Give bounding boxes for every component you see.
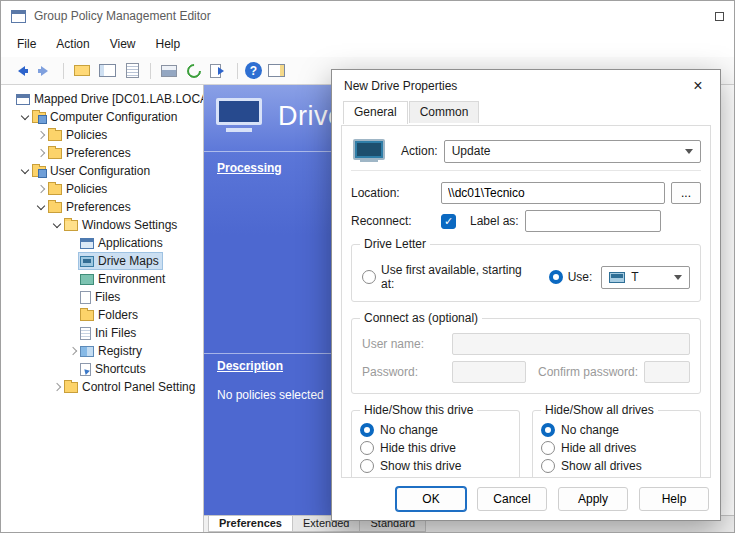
location-input[interactable] — [441, 182, 665, 204]
radio-label: No change — [561, 423, 619, 437]
hide-this-drive-option-show-this-drive[interactable]: Show this drive — [360, 459, 511, 473]
hide-this-drive-option-no-change[interactable]: No change — [360, 423, 511, 437]
console-tree: Mapped Drive [DC01.LAB.LOCAComputer Conf… — [1, 85, 204, 532]
tree-item-registry[interactable]: Registry — [1, 342, 203, 360]
drive-letter-group: Drive Letter Use first available, starti… — [351, 244, 701, 302]
tree-item-content: Computer Configuration — [31, 109, 180, 125]
env-icon — [80, 274, 94, 285]
hide-all-drives-option-hide-all-drives[interactable]: Hide all drives — [541, 441, 692, 455]
help-button[interactable]: Help — [639, 487, 709, 511]
tree-item-content: Preferences — [47, 145, 134, 161]
chevron-expanded-icon[interactable] — [19, 111, 31, 123]
radio-label: Hide all drives — [561, 441, 636, 455]
radio-icon — [360, 423, 374, 437]
console-tree-icon[interactable] — [96, 60, 118, 82]
tab-general[interactable]: General — [343, 101, 408, 124]
ok-button[interactable]: OK — [396, 487, 466, 511]
registry-icon — [80, 346, 94, 357]
tree-item-content: Environment — [79, 271, 168, 287]
tree-item-label: Policies — [66, 128, 107, 142]
tab-common[interactable]: Common — [409, 101, 480, 123]
tree-item-computer-configuration[interactable]: Computer Configuration — [1, 108, 203, 126]
tree-item-content: Policies — [47, 127, 110, 143]
tree-item-preferences[interactable]: Preferences — [1, 198, 203, 216]
forward-icon[interactable] — [34, 60, 56, 82]
dialog-buttons: OKCancelApplyHelp — [396, 487, 709, 511]
hide-all-drives-option-show-all-drives[interactable]: Show all drives — [541, 459, 692, 473]
chevron-collapsed-icon[interactable] — [35, 129, 47, 141]
menu-help[interactable]: Help — [146, 31, 191, 57]
hide-all-drives-option-no-change[interactable]: No change — [541, 423, 692, 437]
action-select[interactable]: Update — [444, 140, 701, 163]
chevron-expanded-icon[interactable] — [51, 219, 63, 231]
file-icon — [80, 291, 91, 304]
chevron-spacer — [67, 255, 79, 267]
tree-item-drive-maps[interactable]: Drive Maps — [1, 252, 203, 270]
close-icon[interactable]: × — [688, 77, 708, 95]
dialog-title: New Drive Properties — [344, 79, 457, 93]
action-label: Action: — [401, 144, 438, 158]
chevron-spacer — [67, 327, 79, 339]
help-icon[interactable]: ? — [245, 62, 262, 79]
chevron-collapsed-icon[interactable] — [51, 381, 63, 393]
tree-item-folders[interactable]: Folders — [1, 306, 203, 324]
properties-icon[interactable] — [121, 60, 143, 82]
apply-button[interactable]: Apply — [558, 487, 628, 511]
browse-button[interactable]: ... — [671, 182, 701, 204]
tree-item-mapped-drive-dc01-lab-loca[interactable]: Mapped Drive [DC01.LAB.LOCA — [1, 90, 203, 108]
tree-item-label: Policies — [66, 182, 107, 196]
menu-action[interactable]: Action — [46, 31, 99, 57]
tree-item-label: Ini Files — [95, 326, 136, 340]
tree-item-content: Registry — [79, 343, 145, 359]
reconnect-checkbox[interactable]: ✓ — [441, 214, 456, 229]
print-icon[interactable] — [158, 60, 180, 82]
tree-item-policies[interactable]: Policies — [1, 180, 203, 198]
radio-icon — [360, 441, 374, 455]
password-label: Password: — [362, 365, 446, 379]
tree-item-preferences[interactable]: Preferences — [1, 144, 203, 162]
tree-item-shortcuts[interactable]: Shortcuts — [1, 360, 203, 378]
chevron-spacer — [67, 309, 79, 321]
use-label: Use: — [568, 270, 593, 284]
maximize-button[interactable] — [715, 12, 724, 21]
refresh-icon[interactable] — [183, 60, 205, 82]
description-link[interactable]: Description — [217, 359, 283, 373]
hide-show-this-drive-group: Hide/Show this driveNo changeHide this d… — [351, 410, 520, 478]
action-row: Action: Update — [351, 138, 701, 164]
processing-link[interactable]: Processing — [217, 161, 282, 175]
chevron-expanded-icon[interactable] — [19, 165, 31, 177]
menu-file[interactable]: File — [7, 31, 46, 57]
up-one-level-icon[interactable] — [71, 60, 93, 82]
tree-item-applications[interactable]: Applications — [1, 234, 203, 252]
chevron-expanded-icon[interactable] — [35, 201, 47, 213]
drive-letter-group-title: Drive Letter — [360, 237, 430, 251]
drive-letter-select[interactable]: T — [601, 266, 690, 289]
tab-preferences[interactable]: Preferences — [208, 516, 293, 532]
chevron-collapsed-icon[interactable] — [35, 147, 47, 159]
chevron-collapsed-icon[interactable] — [67, 345, 79, 357]
tree-item-ini-files[interactable]: Ini Files — [1, 324, 203, 342]
tree-item-environment[interactable]: Environment — [1, 270, 203, 288]
tree-item-content: Control Panel Setting — [63, 379, 198, 395]
chevron-collapsed-icon[interactable] — [35, 183, 47, 195]
hide-this-drive-title: Hide/Show this drive — [360, 403, 477, 417]
menu-view[interactable]: View — [100, 31, 146, 57]
use-first-available-radio[interactable] — [362, 270, 376, 284]
tree-item-windows-settings[interactable]: Windows Settings — [1, 216, 203, 234]
hide-this-drive-option-hide-this-drive[interactable]: Hide this drive — [360, 441, 511, 455]
radio-label: Show all drives — [561, 459, 642, 473]
tree-item-files[interactable]: Files — [1, 288, 203, 306]
tree-item-user-configuration[interactable]: User Configuration — [1, 162, 203, 180]
tree-item-policies[interactable]: Policies — [1, 126, 203, 144]
toolbar-separator — [63, 63, 64, 79]
cancel-button[interactable]: Cancel — [477, 487, 547, 511]
use-radio[interactable] — [549, 270, 563, 284]
tree-item-control-panel-setting[interactable]: Control Panel Setting — [1, 378, 203, 396]
folder-icon — [48, 202, 62, 213]
tree-item-content: User Configuration — [31, 163, 153, 179]
label-as-input[interactable] — [525, 210, 661, 232]
export-list-icon[interactable] — [208, 60, 230, 82]
action-pane-icon[interactable] — [265, 60, 287, 82]
folder-icon — [48, 184, 62, 195]
back-icon[interactable] — [9, 60, 31, 82]
